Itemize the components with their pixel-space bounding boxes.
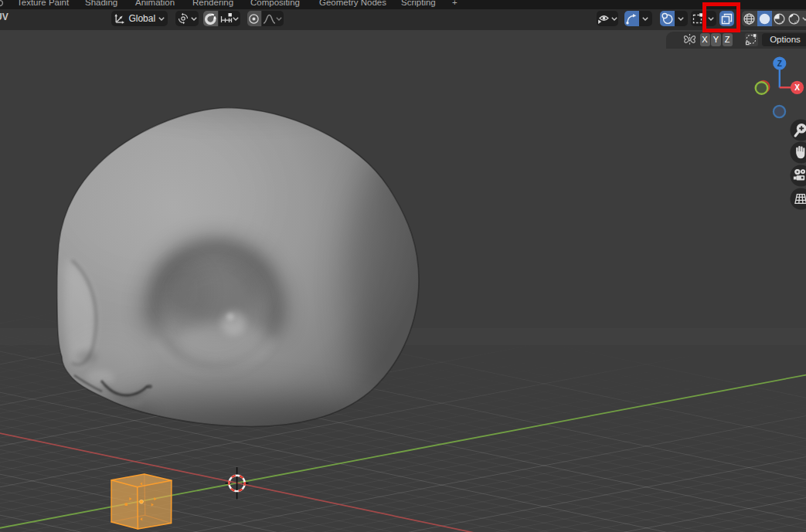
svg-text:X: X bbox=[794, 83, 800, 92]
svg-text:Z: Z bbox=[777, 59, 782, 68]
